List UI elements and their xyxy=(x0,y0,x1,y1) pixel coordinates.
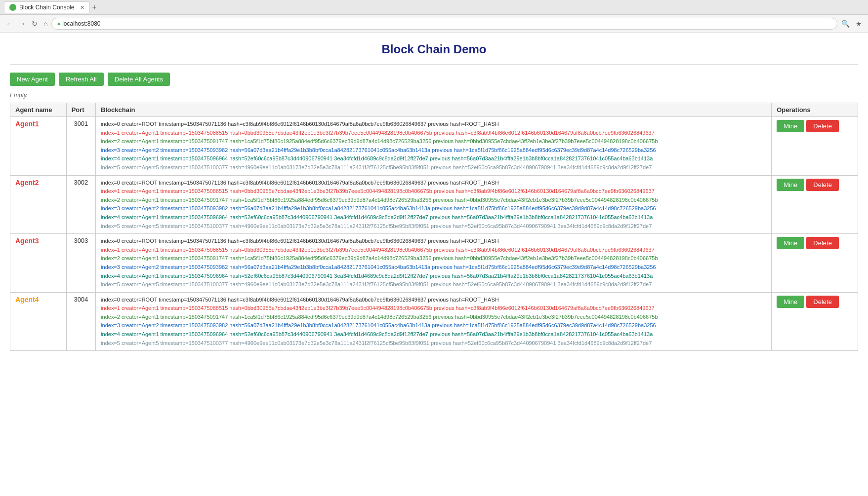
blockchain-line: index=2 creator=Agent1 timestamp=1503475… xyxy=(101,137,766,146)
blockchain-line: index=3 creator=Agent2 timestamp=1503475… xyxy=(101,263,766,272)
delete-button[interactable]: Delete xyxy=(806,120,839,132)
mine-button[interactable]: Mine xyxy=(777,179,804,191)
agent-name-cell: Agent1 xyxy=(10,117,67,176)
new-tab-button[interactable]: + xyxy=(92,3,96,12)
mine-button[interactable]: Mine xyxy=(777,120,804,132)
blockchain-line: index=0 creator=ROOT timestamp=150347507… xyxy=(101,296,766,305)
col-port: Port xyxy=(66,103,95,117)
table-row: Agent33003index=0 creator=ROOT timestamp… xyxy=(10,234,858,293)
blockchain-line: index=1 creator=Agent1 timestamp=1503475… xyxy=(101,246,766,255)
page-content: Block Chain Demo New Agent Refresh All D… xyxy=(0,33,868,361)
operations-cell: MineDelete xyxy=(772,234,858,293)
table-row: Agent23002index=0 creator=ROOT timestamp… xyxy=(10,175,858,234)
search-icon[interactable]: 🔍 xyxy=(839,19,852,29)
browser-toolbar: ← → ↻ ⌂ ● localhost:8080 🔍 ★ xyxy=(0,15,868,33)
address-bar[interactable]: ● localhost:8080 xyxy=(51,18,837,30)
blockchain-line: index=4 creator=Agent1 timestamp=1503475… xyxy=(101,330,766,339)
table-row: Agent13001index=0 creator=ROOT timestamp… xyxy=(10,117,858,176)
blockchain-line: index=3 creator=Agent2 timestamp=1503475… xyxy=(101,321,766,330)
agent-name-cell: Agent4 xyxy=(10,292,67,351)
tab-favicon xyxy=(9,4,16,11)
table-row: Agent43004index=0 creator=ROOT timestamp… xyxy=(10,292,858,351)
refresh-button[interactable]: ↻ xyxy=(30,19,40,29)
home-button[interactable]: ⌂ xyxy=(41,19,49,29)
agent-port-cell: 3004 xyxy=(66,292,95,351)
delete-all-agents-button[interactable]: Delete All Agents xyxy=(108,73,170,86)
delete-button[interactable]: Delete xyxy=(806,296,839,308)
operations-cell: MineDelete xyxy=(772,175,858,234)
blockchain-line: index=0 creator=ROOT timestamp=150347507… xyxy=(101,237,766,246)
blockchain-line: index=1 creator=Agent1 timestamp=1503475… xyxy=(101,129,766,138)
blockchain-line: index=3 creator=Agent2 timestamp=1503475… xyxy=(101,204,766,213)
agent-name: Agent2 xyxy=(15,179,39,187)
new-agent-button[interactable]: New Agent xyxy=(10,73,55,86)
empty-message: Empty. xyxy=(10,92,858,99)
tab-title: Block Chain Console xyxy=(19,4,74,11)
blockchain-line: index=1 creator=Agent1 timestamp=1503475… xyxy=(101,304,766,313)
agent-name: Agent3 xyxy=(15,237,39,245)
blockchain-cell: index=0 creator=ROOT timestamp=150347507… xyxy=(96,175,772,234)
blockchain-line: index=1 creator=Agent1 timestamp=1503475… xyxy=(101,187,766,196)
agent-name-cell: Agent2 xyxy=(10,175,67,234)
browser-titlebar: Block Chain Console ✕ + xyxy=(0,0,868,15)
operations-cell: MineDelete xyxy=(772,117,858,176)
blockchain-line: index=4 creator=Agent1 timestamp=1503475… xyxy=(101,154,766,163)
blockchain-line: index=4 creator=Agent1 timestamp=1503475… xyxy=(101,272,766,281)
col-agent-name: Agent name xyxy=(10,103,67,117)
agent-name: Agent1 xyxy=(15,120,39,128)
blockchain-line: index=3 creator=Agent2 timestamp=1503475… xyxy=(101,146,766,155)
mine-button[interactable]: Mine xyxy=(777,296,804,308)
secure-icon: ● xyxy=(57,21,60,27)
blockchain-line: index=5 creator=Agent5 timestamp=1503475… xyxy=(101,339,766,348)
mine-button[interactable]: Mine xyxy=(777,237,804,249)
toolbar-right: 🔍 ★ xyxy=(839,19,864,29)
blockchain-cell: index=0 creator=ROOT timestamp=150347507… xyxy=(96,292,772,351)
delete-button[interactable]: Delete xyxy=(806,237,839,249)
agent-name-cell: Agent3 xyxy=(10,234,67,293)
agent-name: Agent4 xyxy=(15,296,39,304)
page-title: Block Chain Demo xyxy=(10,33,858,65)
action-bar: New Agent Refresh All Delete All Agents xyxy=(10,73,858,86)
delete-button[interactable]: Delete xyxy=(806,179,839,191)
address-text: localhost:8080 xyxy=(62,20,100,27)
refresh-all-button[interactable]: Refresh All xyxy=(59,73,104,86)
table-header-row: Agent name Port Blockchain Operations xyxy=(10,103,858,117)
browser-tab[interactable]: Block Chain Console ✕ xyxy=(4,1,90,13)
blockchain-cell: index=0 creator=ROOT timestamp=150347507… xyxy=(96,234,772,293)
blockchain-line: index=2 creator=Agent1 timestamp=1503475… xyxy=(101,313,766,322)
blockchain-line: index=2 creator=Agent1 timestamp=1503475… xyxy=(101,254,766,263)
blockchain-line: index=2 creator=Agent1 timestamp=1503475… xyxy=(101,196,766,205)
back-button[interactable]: ← xyxy=(4,19,15,29)
agents-table: Agent name Port Blockchain Operations Ag… xyxy=(10,103,858,351)
blockchain-line: index=5 creator=Agent5 timestamp=1503475… xyxy=(101,163,766,172)
blockchain-line: index=0 creator=ROOT timestamp=150347507… xyxy=(101,120,766,129)
agent-port-cell: 3001 xyxy=(66,117,95,176)
agent-port-cell: 3002 xyxy=(66,175,95,234)
blockchain-line: index=5 creator=Agent5 timestamp=1503475… xyxy=(101,280,766,289)
blockchain-line: index=0 creator=ROOT timestamp=150347507… xyxy=(101,179,766,188)
agent-port-cell: 3003 xyxy=(66,234,95,293)
col-blockchain: Blockchain xyxy=(96,103,772,117)
tab-close-icon[interactable]: ✕ xyxy=(80,4,84,11)
bookmark-icon[interactable]: ★ xyxy=(854,19,864,29)
col-operations: Operations xyxy=(772,103,858,117)
forward-button[interactable]: → xyxy=(17,19,28,29)
blockchain-line: index=4 creator=Agent1 timestamp=1503475… xyxy=(101,213,766,222)
operations-cell: MineDelete xyxy=(772,292,858,351)
blockchain-line: index=5 creator=Agent5 timestamp=1503475… xyxy=(101,222,766,231)
blockchain-cell: index=0 creator=ROOT timestamp=150347507… xyxy=(96,117,772,176)
